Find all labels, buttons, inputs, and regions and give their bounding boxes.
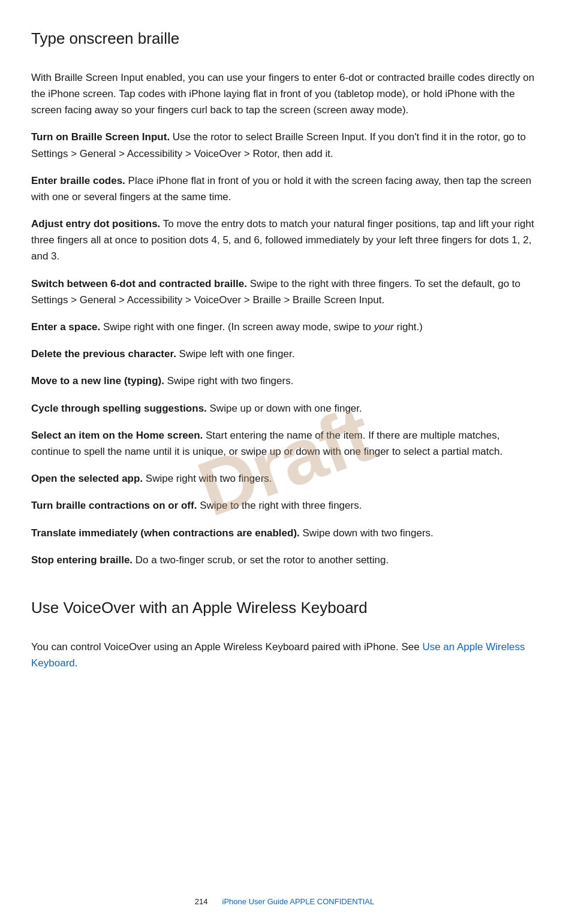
paragraph-turn-on: Turn on Braille Screen Input. Use the ro… bbox=[31, 129, 538, 161]
paragraph-home-screen: Select an item on the Home screen. Start… bbox=[31, 427, 538, 460]
para9-rest: Swipe up or down with one finger. bbox=[207, 403, 362, 414]
term-contractions: Turn braille contractions on or off. bbox=[31, 500, 197, 511]
para15-text: You can control VoiceOver using an Apple… bbox=[31, 641, 422, 653]
heading-voiceover-keyboard: Use VoiceOver with an Apple Wireless Key… bbox=[31, 598, 538, 618]
page-footer: 214 iPhone User Guide APPLE CONFIDENTIAL bbox=[0, 896, 569, 908]
term-stop-braille: Stop entering braille. bbox=[31, 554, 133, 566]
para6-rest-pre: Swipe right with one finger. (In screen … bbox=[100, 321, 374, 333]
paragraph-contractions: Turn braille contractions on or off. Swi… bbox=[31, 497, 538, 514]
para8-rest: Swipe right with two fingers. bbox=[164, 375, 293, 386]
paragraph-intro: With Braille Screen Input enabled, you c… bbox=[31, 70, 538, 119]
term-adjust-dots: Adjust entry dot positions. bbox=[31, 218, 160, 230]
paragraph-switch-braille: Switch between 6-dot and contracted brai… bbox=[31, 276, 538, 308]
term-delete-char: Delete the previous character. bbox=[31, 348, 176, 360]
term-turn-on: Turn on Braille Screen Input. bbox=[31, 131, 170, 143]
paragraph-delete-char: Delete the previous character. Swipe lef… bbox=[31, 346, 538, 362]
heading-type-onscreen-braille: Type onscreen braille bbox=[31, 29, 538, 49]
term-enter-space: Enter a space. bbox=[31, 321, 100, 333]
term-home-screen: Select an item on the Home screen. bbox=[31, 430, 203, 441]
paragraph-enter-codes: Enter braille codes. Place iPhone flat i… bbox=[31, 173, 538, 205]
para13-rest: Swipe down with two fingers. bbox=[300, 527, 433, 539]
term-switch-braille: Switch between 6-dot and contracted brai… bbox=[31, 278, 247, 289]
para6-rest-post: right.) bbox=[394, 321, 423, 333]
paragraph-voiceover-keyboard: You can control VoiceOver using an Apple… bbox=[31, 639, 538, 671]
para14-rest: Do a two-finger scrub, or set the rotor … bbox=[133, 554, 389, 566]
paragraph-adjust-dots: Adjust entry dot positions. To move the … bbox=[31, 216, 538, 265]
para15-end: . bbox=[75, 657, 78, 669]
paragraph-enter-space: Enter a space. Swipe right with one fing… bbox=[31, 319, 538, 335]
paragraph-translate: Translate immediately (when contractions… bbox=[31, 525, 538, 541]
paragraph-open-app: Open the selected app. Swipe right with … bbox=[31, 470, 538, 487]
paragraph-spelling: Cycle through spelling suggestions. Swip… bbox=[31, 400, 538, 416]
page-container: Type onscreen braille With Braille Scree… bbox=[0, 0, 569, 718]
term-new-line: Move to a new line (typing). bbox=[31, 375, 164, 386]
para11-rest: Swipe right with two fingers. bbox=[143, 473, 272, 484]
para12-rest: Swipe to the right with three fingers. bbox=[197, 500, 362, 511]
para7-rest: Swipe left with one finger. bbox=[176, 348, 295, 360]
term-enter-codes: Enter braille codes. bbox=[31, 175, 125, 186]
para6-italic: your bbox=[374, 321, 394, 333]
paragraph-stop-braille: Stop entering braille. Do a two-finger s… bbox=[31, 552, 538, 568]
term-translate: Translate immediately (when contractions… bbox=[31, 527, 300, 539]
footer-page-number: 214 bbox=[195, 896, 208, 908]
footer-guide-label: iPhone User Guide APPLE CONFIDENTIAL bbox=[222, 896, 375, 908]
paragraph-new-line: Move to a new line (typing). Swipe right… bbox=[31, 373, 538, 389]
term-open-app: Open the selected app. bbox=[31, 473, 143, 484]
term-spelling: Cycle through spelling suggestions. bbox=[31, 403, 207, 414]
